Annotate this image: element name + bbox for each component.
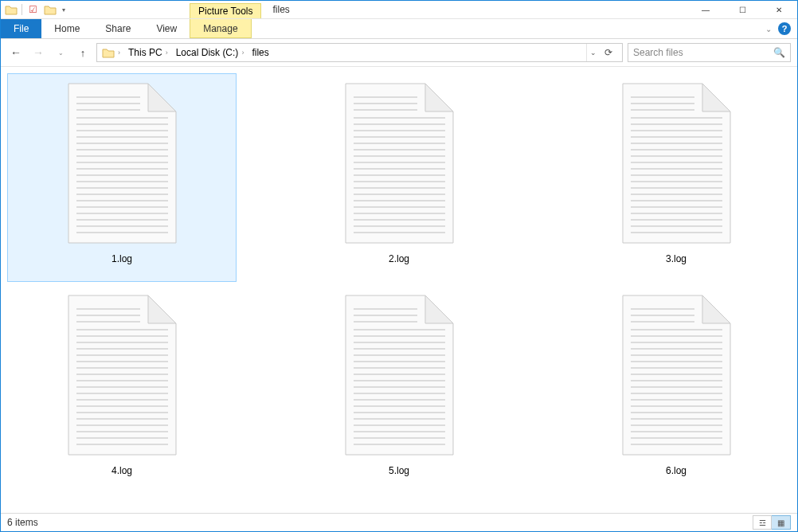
- status-count: 6 items: [7, 517, 38, 528]
- tab-view[interactable]: View: [143, 19, 190, 38]
- file-icon: [608, 289, 744, 460]
- file-label: 2.log: [389, 253, 409, 264]
- address-dropdown-icon[interactable]: ⌄: [590, 49, 597, 57]
- file-label: 5.log: [389, 465, 409, 476]
- crumb-label: Local Disk (C:): [176, 47, 239, 58]
- maximize-button[interactable]: ☐: [724, 1, 761, 18]
- file-label: 4.log: [111, 465, 132, 476]
- nav-forward-button[interactable]: →: [29, 44, 47, 61]
- status-bar: 6 items ☲ ▦: [1, 513, 797, 531]
- view-details-button[interactable]: ☲: [753, 515, 772, 530]
- tab-home[interactable]: Home: [41, 19, 92, 38]
- context-tab-picture-tools[interactable]: Picture Tools: [190, 3, 261, 18]
- file-icon: [331, 289, 467, 460]
- titlebar: ☑ ▾ Picture Tools files — ☐ ✕: [1, 1, 797, 19]
- nav-up-button[interactable]: ↑: [74, 44, 92, 61]
- crumb-root-icon[interactable]: ›: [99, 44, 123, 61]
- file-item[interactable]: 5.log: [284, 285, 514, 494]
- separator: [22, 4, 22, 15]
- crumb-drive[interactable]: Local Disk (C:) ›: [173, 44, 248, 61]
- ribbon-tabs: File Home Share View Manage ⌄ ?: [1, 19, 797, 39]
- nav-back-button[interactable]: ←: [7, 44, 25, 61]
- view-toggle: ☲ ▦: [753, 515, 791, 530]
- search-icon[interactable]: 🔍: [773, 47, 785, 58]
- crumb-label: files: [252, 47, 268, 58]
- file-item[interactable]: 6.log: [561, 285, 791, 494]
- crumb-folder[interactable]: files: [248, 44, 272, 61]
- file-label: 1.log: [111, 253, 132, 264]
- file-item[interactable]: 2.log: [284, 73, 514, 282]
- file-label: 3.log: [666, 253, 687, 264]
- properties-icon[interactable]: ☑: [25, 2, 40, 17]
- address-bar[interactable]: › This PC › Local Disk (C:) › files ⌄ ⟳: [96, 43, 623, 62]
- minimize-button[interactable]: —: [687, 1, 724, 18]
- tab-share[interactable]: Share: [92, 19, 143, 38]
- folder-icon: [4, 2, 18, 17]
- new-folder-icon[interactable]: [43, 2, 57, 17]
- file-icon: [54, 289, 190, 460]
- search-input[interactable]: [633, 47, 773, 58]
- navbar: ← → ⌄ ↑ › This PC › Local Disk (C:) › fi…: [1, 39, 797, 67]
- file-label: 6.log: [666, 465, 687, 476]
- view-icons-button[interactable]: ▦: [772, 515, 791, 530]
- file-grid[interactable]: 1.log2.log3.log4.log5.log6.log: [1, 67, 797, 513]
- crumb-label: This PC: [128, 47, 162, 58]
- window-title: files: [272, 4, 289, 15]
- close-button[interactable]: ✕: [761, 1, 797, 18]
- tab-manage[interactable]: Manage: [190, 19, 251, 38]
- tab-file[interactable]: File: [1, 19, 41, 38]
- file-item[interactable]: 1.log: [7, 73, 237, 282]
- search-box[interactable]: 🔍: [628, 43, 791, 62]
- crumb-this-pc[interactable]: This PC ›: [125, 44, 171, 61]
- file-item[interactable]: 3.log: [561, 73, 791, 282]
- help-icon[interactable]: ?: [778, 22, 791, 35]
- file-icon: [331, 77, 467, 248]
- quick-access-toolbar: ☑ ▾: [1, 1, 70, 18]
- ribbon-collapse-icon[interactable]: ⌄: [765, 25, 772, 33]
- window-controls: — ☐ ✕: [687, 1, 797, 18]
- file-icon: [608, 77, 744, 248]
- qat-customize-dropdown[interactable]: ▾: [61, 6, 67, 14]
- nav-recent-dropdown[interactable]: ⌄: [52, 44, 69, 61]
- file-item[interactable]: 4.log: [7, 285, 237, 494]
- file-icon: [54, 77, 190, 248]
- refresh-icon[interactable]: ⟳: [600, 47, 617, 58]
